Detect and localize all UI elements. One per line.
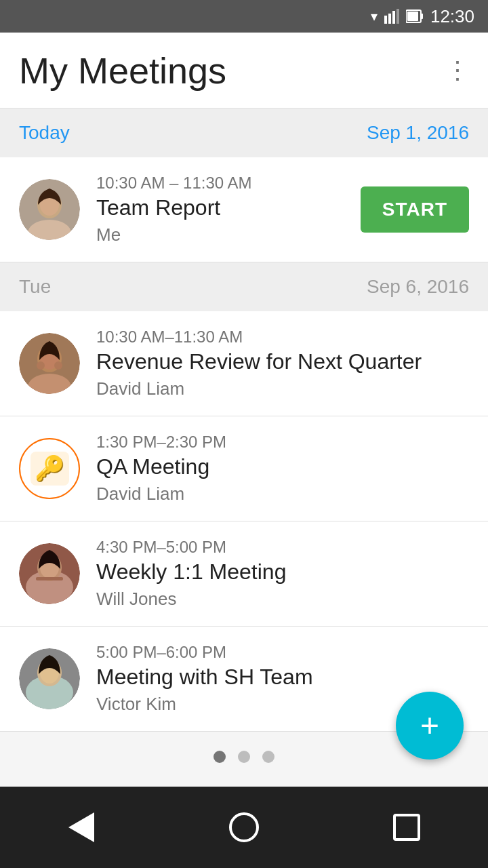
- svg-point-16: [54, 361, 62, 370]
- battery-icon: [406, 9, 424, 24]
- meeting-time: 10:30 AM – 11:30 AM: [96, 174, 344, 193]
- meeting-name: Revenue Review for Next Quarter: [96, 349, 469, 374]
- signal-icon: [384, 9, 399, 24]
- meeting-info: 10:30 AM–11:30 AM Revenue Review for Nex…: [96, 328, 469, 399]
- meeting-name: QA Meeting: [96, 454, 469, 479]
- back-button[interactable]: [61, 807, 102, 848]
- meeting-name: Weekly 1:1 Meeting: [96, 559, 469, 585]
- section-label-today: Today: [19, 122, 70, 144]
- avatar: [19, 543, 80, 604]
- avatar: 🔑: [19, 438, 80, 499]
- avatar: [19, 179, 80, 240]
- recents-icon: [393, 814, 420, 841]
- app-bar: My Meetings ⋮: [0, 33, 488, 108]
- section-date-today: Sep 1, 2016: [367, 122, 469, 144]
- pagination-dot-2[interactable]: [238, 751, 250, 763]
- meeting-name: Team Report: [96, 195, 344, 220]
- avatar: [19, 648, 80, 709]
- avatar-image: [19, 648, 80, 709]
- svg-rect-0: [384, 16, 387, 24]
- svg-rect-1: [388, 14, 391, 24]
- meeting-organizer: Me: [96, 224, 344, 245]
- section-header-tue: Tue Sep 6, 2016: [0, 262, 488, 311]
- add-meeting-button[interactable]: +: [396, 692, 464, 760]
- wifi-icon: ▾: [371, 8, 378, 24]
- avatar-image: [19, 333, 80, 394]
- recents-button[interactable]: [386, 807, 427, 848]
- meeting-info: 4:30 PM–5:00 PM Weekly 1:1 Meeting Will …: [96, 538, 469, 610]
- meeting-info: 1:30 PM–2:30 PM QA Meeting David Liam: [96, 433, 469, 505]
- meeting-organizer: Will Jones: [96, 589, 469, 610]
- avatar-image: [19, 543, 80, 604]
- meeting-organizer: David Liam: [96, 484, 469, 505]
- nav-bar: [0, 787, 488, 868]
- status-bar: ▾ 12:30: [0, 0, 488, 33]
- section-header-today: Today Sep 1, 2016: [0, 108, 488, 157]
- status-time: 12:30: [430, 6, 474, 27]
- home-icon: [229, 812, 259, 842]
- list-item[interactable]: 10:30 AM–11:30 AM Revenue Review for Nex…: [0, 311, 488, 416]
- section-date-tue: Sep 6, 2016: [367, 276, 469, 298]
- meeting-name: Meeting with SH Team: [96, 665, 469, 690]
- svg-rect-21: [36, 577, 63, 580]
- meeting-time: 5:00 PM–6:00 PM: [96, 643, 469, 662]
- svg-rect-2: [392, 11, 395, 24]
- meeting-time: 10:30 AM–11:30 AM: [96, 328, 469, 347]
- home-button[interactable]: [224, 807, 264, 848]
- list-item[interactable]: 🔑 1:30 PM–2:30 PM QA Meeting David Liam: [0, 416, 488, 521]
- meeting-organizer: David Liam: [96, 378, 469, 399]
- key-icon: 🔑: [30, 452, 69, 486]
- pagination-dot-1[interactable]: [214, 751, 226, 763]
- svg-rect-6: [407, 12, 418, 21]
- add-icon: +: [420, 709, 439, 742]
- list-item[interactable]: 10:30 AM – 11:30 AM Team Report Me START: [0, 157, 488, 262]
- svg-rect-5: [421, 14, 423, 19]
- page-title: My Meetings: [19, 50, 226, 92]
- pagination-dot-3[interactable]: [262, 751, 274, 763]
- svg-point-15: [37, 361, 45, 370]
- back-icon: [68, 812, 94, 842]
- meeting-info: 10:30 AM – 11:30 AM Team Report Me: [96, 174, 344, 245]
- more-options-icon[interactable]: ⋮: [445, 58, 469, 83]
- meeting-time: 1:30 PM–2:30 PM: [96, 433, 469, 452]
- start-button[interactable]: START: [361, 186, 469, 233]
- avatar-image: [19, 179, 80, 240]
- status-icons: ▾ 12:30: [371, 6, 474, 27]
- svg-rect-3: [396, 9, 399, 24]
- meeting-time: 4:30 PM–5:00 PM: [96, 538, 469, 557]
- avatar: [19, 333, 80, 394]
- list-item[interactable]: 4:30 PM–5:00 PM Weekly 1:1 Meeting Will …: [0, 521, 488, 627]
- section-label-tue: Tue: [19, 276, 51, 298]
